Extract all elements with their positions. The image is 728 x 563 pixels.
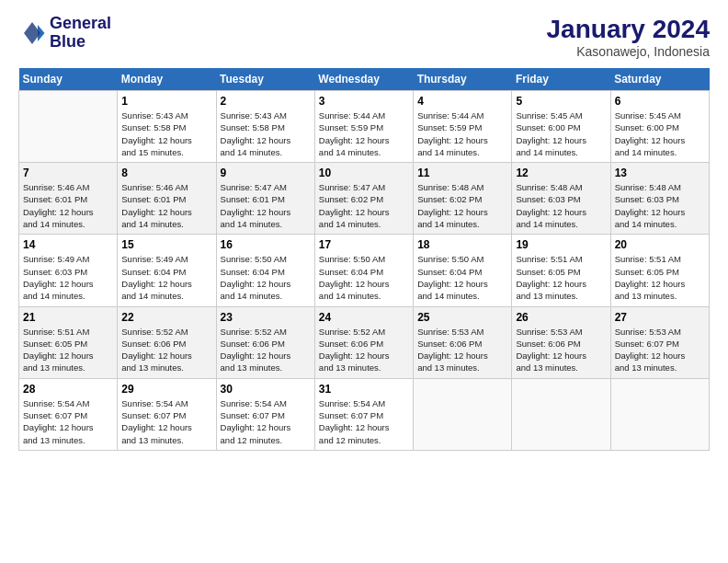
day-info: Sunrise: 5:47 AMSunset: 6:01 PMDaylight:…: [221, 181, 311, 230]
day-info: Sunrise: 5:48 AMSunset: 6:03 PMDaylight:…: [516, 181, 606, 230]
day-cell: 23Sunrise: 5:52 AMSunset: 6:06 PMDayligh…: [216, 306, 314, 378]
day-cell: 28Sunrise: 5:54 AMSunset: 6:07 PMDayligh…: [19, 378, 118, 450]
day-number: 10: [319, 167, 409, 179]
day-number: 3: [319, 95, 409, 108]
day-cell: 13Sunrise: 5:48 AMSunset: 6:03 PMDayligh…: [610, 163, 709, 235]
day-info: Sunrise: 5:44 AMSunset: 5:59 PMDaylight:…: [319, 109, 409, 158]
day-cell: 25Sunrise: 5:53 AMSunset: 6:06 PMDayligh…: [414, 306, 512, 378]
day-number: 22: [121, 311, 211, 324]
day-info: Sunrise: 5:51 AMSunset: 6:05 PMDaylight:…: [516, 253, 606, 302]
day-cell: 6Sunrise: 5:45 AMSunset: 6:00 PMDaylight…: [610, 91, 709, 163]
day-cell: 31Sunrise: 5:54 AMSunset: 6:07 PMDayligh…: [314, 378, 413, 450]
col-header-thursday: Thursday: [414, 68, 512, 91]
day-cell: 2Sunrise: 5:43 AMSunset: 5:58 PMDaylight…: [216, 91, 314, 163]
day-info: Sunrise: 5:54 AMSunset: 6:07 PMDaylight:…: [121, 397, 211, 446]
week-row-2: 7Sunrise: 5:46 AMSunset: 6:01 PMDaylight…: [19, 163, 710, 235]
calendar-title: January 2024: [547, 15, 710, 44]
day-cell: 29Sunrise: 5:54 AMSunset: 6:07 PMDayligh…: [118, 378, 216, 450]
logo-icon: [18, 19, 46, 47]
page: General Blue January 2024 Kasonawejo, In…: [0, 0, 728, 563]
col-header-monday: Monday: [118, 68, 216, 91]
day-info: Sunrise: 5:48 AMSunset: 6:02 PMDaylight:…: [417, 181, 507, 230]
day-cell: 19Sunrise: 5:51 AMSunset: 6:05 PMDayligh…: [512, 235, 610, 306]
day-number: 24: [319, 311, 409, 324]
day-number: 19: [516, 238, 606, 251]
day-number: 7: [23, 167, 113, 179]
day-info: Sunrise: 5:54 AMSunset: 6:07 PMDaylight:…: [23, 397, 113, 446]
day-info: Sunrise: 5:47 AMSunset: 6:02 PMDaylight:…: [319, 181, 409, 230]
day-info: Sunrise: 5:43 AMSunset: 5:58 PMDaylight:…: [221, 109, 311, 158]
day-number: 4: [417, 95, 507, 108]
header-row: SundayMondayTuesdayWednesdayThursdayFrid…: [19, 68, 710, 91]
day-info: Sunrise: 5:53 AMSunset: 6:06 PMDaylight:…: [516, 326, 606, 374]
col-header-wednesday: Wednesday: [314, 68, 413, 91]
day-cell: 17Sunrise: 5:50 AMSunset: 6:04 PMDayligh…: [314, 235, 413, 306]
day-cell: [414, 378, 512, 450]
day-info: Sunrise: 5:52 AMSunset: 6:06 PMDaylight:…: [221, 326, 311, 374]
day-number: 5: [516, 95, 606, 108]
calendar-table: SundayMondayTuesdayWednesdayThursdayFrid…: [18, 68, 710, 451]
day-info: Sunrise: 5:51 AMSunset: 6:05 PMDaylight:…: [615, 253, 705, 302]
day-number: 11: [417, 167, 507, 179]
day-info: Sunrise: 5:51 AMSunset: 6:05 PMDaylight:…: [23, 326, 113, 374]
day-info: Sunrise: 5:45 AMSunset: 6:00 PMDaylight:…: [615, 109, 705, 158]
col-header-saturday: Saturday: [610, 68, 709, 91]
day-cell: 27Sunrise: 5:53 AMSunset: 6:07 PMDayligh…: [610, 306, 709, 378]
day-number: 29: [121, 383, 211, 396]
calendar-subtitle: Kasonawejo, Indonesia: [547, 44, 710, 59]
day-number: 30: [221, 383, 311, 396]
day-cell: 7Sunrise: 5:46 AMSunset: 6:01 PMDaylight…: [19, 163, 118, 235]
day-number: 16: [221, 238, 311, 251]
day-number: 13: [615, 167, 705, 179]
day-cell: 21Sunrise: 5:51 AMSunset: 6:05 PMDayligh…: [19, 306, 118, 378]
day-cell: 14Sunrise: 5:49 AMSunset: 6:03 PMDayligh…: [19, 235, 118, 306]
day-info: Sunrise: 5:46 AMSunset: 6:01 PMDaylight:…: [121, 181, 211, 230]
week-row-1: 1Sunrise: 5:43 AMSunset: 5:58 PMDaylight…: [19, 91, 710, 163]
day-info: Sunrise: 5:45 AMSunset: 6:00 PMDaylight:…: [516, 109, 606, 158]
day-info: Sunrise: 5:44 AMSunset: 5:59 PMDaylight:…: [417, 109, 507, 158]
logo-text: General Blue: [50, 15, 111, 52]
col-header-sunday: Sunday: [19, 68, 118, 91]
day-number: 1: [121, 95, 211, 108]
day-cell: 24Sunrise: 5:52 AMSunset: 6:06 PMDayligh…: [314, 306, 413, 378]
day-cell: [610, 378, 709, 450]
day-number: 15: [121, 238, 211, 251]
col-header-friday: Friday: [512, 68, 610, 91]
day-number: 9: [221, 167, 311, 179]
day-number: 6: [615, 95, 705, 108]
day-cell: 15Sunrise: 5:49 AMSunset: 6:04 PMDayligh…: [118, 235, 216, 306]
day-cell: 1Sunrise: 5:43 AMSunset: 5:58 PMDaylight…: [118, 91, 216, 163]
day-info: Sunrise: 5:52 AMSunset: 6:06 PMDaylight:…: [121, 326, 211, 374]
day-cell: [512, 378, 610, 450]
day-info: Sunrise: 5:49 AMSunset: 6:03 PMDaylight:…: [23, 253, 113, 302]
day-cell: 3Sunrise: 5:44 AMSunset: 5:59 PMDaylight…: [314, 91, 413, 163]
day-number: 28: [23, 383, 113, 396]
day-info: Sunrise: 5:52 AMSunset: 6:06 PMDaylight:…: [319, 326, 409, 374]
day-number: 8: [121, 167, 211, 179]
day-cell: 10Sunrise: 5:47 AMSunset: 6:02 PMDayligh…: [314, 163, 413, 235]
day-cell: 16Sunrise: 5:50 AMSunset: 6:04 PMDayligh…: [216, 235, 314, 306]
day-cell: 30Sunrise: 5:54 AMSunset: 6:07 PMDayligh…: [216, 378, 314, 450]
day-number: 21: [23, 311, 113, 324]
day-cell: 12Sunrise: 5:48 AMSunset: 6:03 PMDayligh…: [512, 163, 610, 235]
day-number: 17: [319, 238, 409, 251]
day-cell: 26Sunrise: 5:53 AMSunset: 6:06 PMDayligh…: [512, 306, 610, 378]
day-number: 14: [23, 238, 113, 251]
day-number: 2: [221, 95, 311, 108]
day-number: 31: [319, 383, 409, 396]
day-info: Sunrise: 5:54 AMSunset: 6:07 PMDaylight:…: [319, 397, 409, 446]
logo: General Blue: [18, 15, 111, 52]
day-number: 26: [516, 311, 606, 324]
day-cell: [19, 91, 118, 163]
day-info: Sunrise: 5:50 AMSunset: 6:04 PMDaylight:…: [417, 253, 507, 302]
col-header-tuesday: Tuesday: [216, 68, 314, 91]
title-block: January 2024 Kasonawejo, Indonesia: [547, 15, 710, 59]
day-number: 23: [221, 311, 311, 324]
day-info: Sunrise: 5:54 AMSunset: 6:07 PMDaylight:…: [221, 397, 311, 446]
week-row-4: 21Sunrise: 5:51 AMSunset: 6:05 PMDayligh…: [19, 306, 710, 378]
day-number: 20: [615, 238, 705, 251]
day-info: Sunrise: 5:49 AMSunset: 6:04 PMDaylight:…: [121, 253, 211, 302]
day-cell: 18Sunrise: 5:50 AMSunset: 6:04 PMDayligh…: [414, 235, 512, 306]
day-cell: 8Sunrise: 5:46 AMSunset: 6:01 PMDaylight…: [118, 163, 216, 235]
week-row-5: 28Sunrise: 5:54 AMSunset: 6:07 PMDayligh…: [19, 378, 710, 450]
